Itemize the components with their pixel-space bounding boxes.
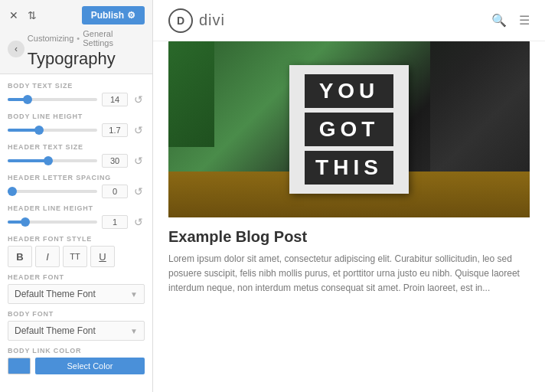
- chevron-down-icon: ▼: [130, 327, 138, 335]
- header-line-height-label: HEADER LINE HEIGHT: [8, 204, 145, 212]
- settings-icon: ⚙: [127, 10, 135, 21]
- header-text-size-reset[interactable]: ↺: [132, 155, 145, 166]
- header-text-size-group: HEADER TEXT SIZE 30 ↺: [8, 143, 145, 168]
- blog-post-title: Example Blog Post: [168, 228, 530, 246]
- uppercase-button[interactable]: TT: [63, 246, 87, 267]
- header-font-value: Default Theme Font: [15, 289, 96, 299]
- body-font-value: Default Theme Font: [15, 325, 96, 336]
- site-logo: D divi: [168, 8, 225, 33]
- color-row: Select Color: [8, 358, 145, 374]
- header-letter-spacing-input[interactable]: 0: [102, 185, 128, 198]
- body-text-size-group: BODY TEXT SIZE 14 ↺: [8, 82, 145, 106]
- lightbox-line-1: YOU: [305, 74, 393, 108]
- header-font-style-group: HEADER FONT STYLE B I TT U: [8, 235, 145, 267]
- body-line-height-group: BODY LINE HEIGHT 1.7 ↺: [8, 113, 145, 137]
- menu-icon[interactable]: ☰: [519, 13, 530, 28]
- bold-button[interactable]: B: [8, 246, 32, 267]
- lightbox-line-2: GOT: [305, 113, 393, 146]
- plant-decoration: [168, 41, 214, 147]
- blog-post-text: Lorem ipsum dolor sit amet, consectetur …: [168, 252, 530, 296]
- header-text-size-slider[interactable]: [8, 159, 97, 162]
- body-line-height-reset[interactable]: ↺: [132, 125, 145, 136]
- header-font-label: HEADER FONT: [8, 273, 145, 281]
- page-title: Typography: [28, 49, 145, 69]
- logo-icon: D: [168, 8, 193, 33]
- body-text-size-slider[interactable]: [8, 98, 97, 101]
- controls-area: BODY TEXT SIZE 14 ↺ BODY LINE HEIGHT 1.7…: [0, 74, 152, 392]
- chevron-down-icon: ▼: [130, 290, 138, 299]
- body-text-size-label: BODY TEXT SIZE: [8, 82, 145, 90]
- blog-image: YOU GOT THIS: [168, 41, 530, 217]
- back-button[interactable]: ‹: [8, 41, 24, 57]
- site-preview: D divi 🔍 ☰ YOU GOT THIS Example Blog Pos…: [153, 0, 545, 392]
- header-line-height-slider[interactable]: [8, 220, 97, 224]
- header-font-group: HEADER FONT Default Theme Font ▼: [8, 273, 145, 304]
- header-letter-spacing-reset[interactable]: ↺: [132, 186, 145, 197]
- body-line-height-slider[interactable]: [8, 129, 97, 132]
- italic-button[interactable]: I: [35, 246, 60, 267]
- breadcrumb: Customizing • General Settings: [28, 29, 145, 47]
- body-line-height-input[interactable]: 1.7: [102, 123, 128, 137]
- site-header: D divi 🔍 ☰: [153, 0, 545, 41]
- header-text-size-input[interactable]: 30: [102, 154, 128, 168]
- color-swatch[interactable]: [8, 358, 31, 374]
- font-style-buttons: B I TT U: [8, 246, 145, 267]
- site-nav: 🔍 ☰: [491, 13, 530, 28]
- body-text-size-reset[interactable]: ↺: [132, 94, 145, 105]
- header-icons: ✕ ⇅: [8, 8, 38, 23]
- header-text-size-label: HEADER TEXT SIZE: [8, 143, 145, 151]
- lightbox-sign: YOU GOT THIS: [289, 65, 409, 194]
- header-font-style-label: HEADER FONT STYLE: [8, 235, 145, 243]
- underline-button[interactable]: U: [90, 246, 115, 267]
- sort-icon[interactable]: ⇅: [26, 8, 38, 23]
- header-letter-spacing-slider[interactable]: [8, 190, 97, 193]
- header-letter-spacing-label: HEADER LETTER SPACING: [8, 174, 145, 181]
- header-line-height-reset[interactable]: ↺: [132, 217, 145, 227]
- panel-header: ✕ ⇅ Publish ⚙ ‹ Customizing • General Se…: [0, 0, 152, 74]
- header-line-height-input[interactable]: 1: [102, 215, 128, 229]
- lightbox-line-3: THIS: [305, 151, 393, 185]
- body-text-size-input[interactable]: 14: [102, 93, 128, 106]
- body-font-select[interactable]: Default Theme Font ▼: [8, 321, 145, 341]
- body-link-color-group: BODY LINK COLOR Select Color: [8, 347, 145, 374]
- back-icon: ‹: [15, 44, 18, 54]
- search-icon[interactable]: 🔍: [491, 13, 507, 28]
- customizer-panel: ✕ ⇅ Publish ⚙ ‹ Customizing • General Se…: [0, 0, 153, 392]
- publish-button[interactable]: Publish ⚙: [82, 6, 145, 24]
- select-color-button[interactable]: Select Color: [35, 358, 145, 374]
- body-line-height-label: BODY LINE HEIGHT: [8, 113, 145, 120]
- body-font-label: BODY FONT: [8, 310, 145, 318]
- body-link-color-label: BODY LINK COLOR: [8, 347, 145, 354]
- header-font-select[interactable]: Default Theme Font ▼: [8, 284, 145, 304]
- site-content: YOU GOT THIS Example Blog Post Lorem ips…: [153, 41, 545, 392]
- close-icon[interactable]: ✕: [8, 8, 20, 23]
- header-line-height-group: HEADER LINE HEIGHT 1 ↺: [8, 204, 145, 229]
- header-letter-spacing-group: HEADER LETTER SPACING 0 ↺: [8, 174, 145, 198]
- body-font-group: BODY FONT Default Theme Font ▼: [8, 310, 145, 341]
